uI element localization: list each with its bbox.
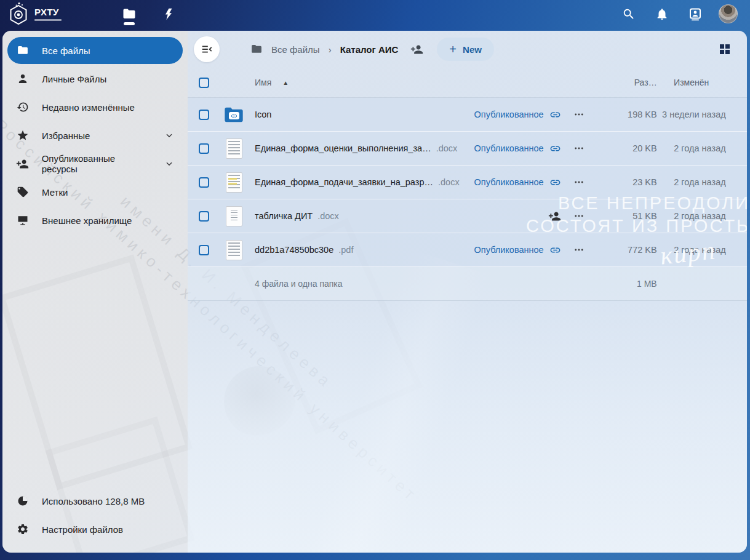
contacts-icon: [688, 7, 703, 22]
collapse-icon: [201, 43, 213, 55]
link-icon[interactable]: [549, 109, 561, 121]
chevron-down-icon[interactable]: [164, 159, 174, 169]
sidebar-item-all-files[interactable]: Все файлы: [7, 37, 183, 64]
row-checkbox[interactable]: [199, 245, 209, 255]
sidebar-item-label: Опубликованные ресурсы: [42, 153, 152, 174]
table-row[interactable]: Единая_форма_оценки_выполнения_за….docx …: [188, 132, 747, 166]
file-modified: 2 года назад: [657, 177, 726, 187]
settings-label: Настройки файлов: [42, 524, 123, 535]
sidebar-item-tags[interactable]: Метки: [7, 178, 183, 206]
actions-menu-button[interactable]: [561, 143, 597, 154]
table-row[interactable]: Единая_форма_подачи_заявки_на_разр….docx…: [188, 166, 747, 199]
published-link[interactable]: Опубликованное: [474, 110, 544, 119]
app-logo[interactable]: РХТУ: [6, 2, 117, 26]
docx-thumbnail: [226, 138, 242, 159]
breadcrumb-separator: ›: [329, 44, 332, 55]
row-checkbox[interactable]: [199, 177, 209, 188]
file-extension: .docx: [438, 177, 460, 187]
pdf-thumbnail: [226, 240, 242, 260]
sidebar-item-label: Личные Файлы: [42, 74, 106, 84]
rhtu-logo-icon: [6, 2, 31, 26]
user-avatar[interactable]: [719, 4, 738, 23]
new-button[interactable]: + New: [437, 38, 494, 61]
user-icon: [16, 73, 30, 85]
sidebar-item-label: Метки: [42, 187, 68, 198]
sidebar-item-recent[interactable]: Недавно изменённые: [7, 94, 183, 121]
person-plus-icon: [16, 158, 30, 170]
table-header-row: Имя ▲ Раз… Изменён: [188, 68, 747, 98]
search-button[interactable]: [619, 4, 639, 24]
file-modified: 2 года назад: [657, 245, 726, 255]
top-bar: РХТУ: [0, 0, 750, 28]
breadcrumb-root[interactable]: Все файлы: [271, 44, 320, 55]
docx-thumbnail: [226, 206, 242, 226]
file-name: табличка ДИТ: [255, 211, 313, 221]
file-size: 772 KB: [597, 245, 657, 255]
quota-indicator: Использовано 128,8 МВ: [7, 487, 183, 514]
notifications-button[interactable]: [652, 4, 672, 24]
star-icon: [16, 129, 30, 142]
table-row[interactable]: Icon Опубликованное 198 KB 3 недели наза…: [188, 98, 747, 132]
collapse-sidebar-button[interactable]: [194, 36, 220, 62]
logo-subtitle-bar: [34, 19, 62, 21]
grid-view-toggle[interactable]: [714, 38, 736, 60]
gear-icon: [16, 523, 30, 535]
files-app-button[interactable]: [117, 2, 142, 26]
published-link[interactable]: Опубликованное: [474, 177, 544, 187]
actions-menu-button[interactable]: [561, 210, 597, 222]
file-size: 20 KB: [597, 143, 657, 153]
sidebar-item-personal-files[interactable]: Личные Файлы: [7, 65, 183, 92]
sidebar-item-shared[interactable]: Опубликованные ресурсы: [7, 150, 183, 177]
chevron-down-icon[interactable]: [164, 130, 174, 140]
sort-ascending-icon[interactable]: ▲: [282, 79, 289, 86]
contacts-button[interactable]: [685, 4, 705, 24]
new-button-label: New: [463, 44, 482, 55]
file-extension: .pdf: [338, 245, 353, 255]
link-icon[interactable]: [549, 143, 561, 154]
main-content: ВСЕ НЕПРЕОДОЛИМЫЕ СТ СОСТОЯТ ИЗ ПРОСТЫХ …: [188, 31, 747, 553]
sidebar-nav: Все файлы Личные Файлы Недавно изменённы…: [2, 31, 188, 235]
column-header-name[interactable]: Имя: [255, 78, 271, 87]
row-checkbox[interactable]: [199, 143, 209, 154]
file-extension: .docx: [436, 143, 458, 153]
file-name: Единая_форма_подачи_заявки_на_разр…: [255, 177, 433, 187]
column-header-size[interactable]: Раз…: [597, 78, 657, 87]
folder-icon: [16, 44, 30, 57]
link-icon[interactable]: [549, 244, 561, 256]
published-link[interactable]: Опубликованное: [474, 245, 544, 255]
breadcrumb-current[interactable]: Каталог АИС: [340, 44, 399, 55]
file-size: 23 KB: [597, 177, 657, 187]
actions-menu-button[interactable]: [561, 109, 597, 120]
file-modified: 2 года назад: [657, 143, 726, 153]
sidebar: Все файлы Личные Файлы Недавно изменённы…: [2, 31, 188, 553]
content-header: Все файлы › Каталог АИС + New: [188, 31, 747, 68]
files-settings-button[interactable]: Настройки файлов: [7, 516, 183, 543]
summary-total-size: 1 МВ: [597, 279, 657, 289]
search-icon: [622, 7, 636, 21]
topbar-right-actions: [619, 4, 738, 24]
table-row[interactable]: dd2b1a74850bc30e.pdf Опубликованное 772 …: [188, 233, 747, 267]
table-row[interactable]: табличка ДИТ.docx 51 KB 2 года назад: [188, 199, 747, 233]
select-all-checkbox[interactable]: [199, 78, 209, 88]
file-size: 198 KB: [597, 110, 657, 119]
sidebar-item-label: Недавно изменённые: [42, 102, 135, 113]
sidebar-item-favorites[interactable]: Избранные: [7, 122, 183, 149]
app-container: Российский химико-технологический универ…: [2, 31, 747, 553]
sidebar-item-external-storage[interactable]: Внешнее хранилище: [7, 207, 183, 234]
shared-folder-icon: [224, 106, 244, 122]
published-link[interactable]: Опубликованное: [474, 143, 544, 153]
actions-menu-button[interactable]: [561, 177, 597, 188]
column-header-modified[interactable]: Изменён: [657, 78, 726, 87]
person-plus-icon: [410, 43, 423, 56]
row-checkbox[interactable]: [199, 110, 209, 120]
row-checkbox[interactable]: [199, 211, 209, 222]
tag-icon: [16, 186, 30, 198]
file-extension: .docx: [317, 211, 339, 221]
file-name: dd2b1a74850bc30e: [255, 245, 333, 255]
plus-icon: +: [449, 43, 457, 55]
activity-app-button[interactable]: [156, 2, 181, 26]
share-folder-button[interactable]: [410, 43, 423, 56]
actions-menu-button[interactable]: [561, 244, 597, 255]
share-button[interactable]: [548, 210, 561, 223]
link-icon[interactable]: [549, 177, 561, 188]
